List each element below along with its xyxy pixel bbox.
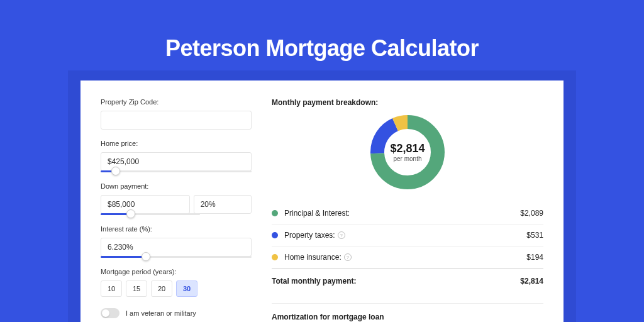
donut-center: $2,814 per month [369,113,447,191]
period-30[interactable]: 30 [176,280,197,297]
breakdown-title: Monthly payment breakdown: [272,98,543,107]
veteran-toggle[interactable] [101,308,119,318]
legend-name-text: Home insurance: [284,253,341,262]
down-group: Down payment: [101,182,252,215]
total-value: $2,814 [520,277,543,286]
legend-row-insurance: Home insurance: ? $194 [272,247,543,269]
calculator-card: Property Zip Code: Home price: Down paym… [80,80,564,322]
rate-label: Interest rate (%): [101,225,252,233]
price-slider-thumb[interactable] [111,167,120,175]
period-label: Mortgage period (years): [101,268,252,275]
app-background: Peterson Mortgage Calculator Property Zi… [0,0,644,322]
zip-label: Property Zip Code: [101,98,252,106]
price-input[interactable] [101,152,252,171]
rate-slider-thumb[interactable] [142,252,150,261]
form-panel: Property Zip Code: Home price: Down paym… [101,98,252,322]
page-title: Peterson Mortgage Calculator [0,0,644,62]
down-slider-thumb[interactable] [126,209,135,218]
dot-icon [272,210,278,216]
amortization-section: Amortization for mortgage loan Amortizat… [272,303,543,322]
amort-title: Amortization for mortgage loan [272,313,543,321]
dot-icon [272,232,278,238]
legend-value: $2,089 [520,209,543,218]
zip-group: Property Zip Code: [101,98,252,130]
donut-sub: per month [393,155,421,162]
info-icon[interactable]: ? [338,231,345,239]
donut-wrap: $2,814 per month [272,113,543,191]
period-20[interactable]: 20 [151,280,172,297]
period-buttons: 10 15 20 30 [101,280,252,297]
legend-name-text: Property taxes: [284,231,335,240]
results-panel: Monthly payment breakdown: $2,814 per mo… [272,98,543,322]
toggle-knob [102,309,109,317]
rate-slider[interactable] [101,256,252,258]
donut-amount: $2,814 [390,142,425,155]
total-label: Total monthly payment: [272,277,356,286]
dot-icon [272,254,278,260]
down-amount-input[interactable] [101,195,190,214]
legend-row-taxes: Property taxes: ? $531 [272,225,543,247]
donut-chart: $2,814 per month [369,113,447,191]
period-15[interactable]: 15 [126,280,147,297]
legend-row-principal: Principal & Interest: $2,089 [272,203,543,225]
period-10[interactable]: 10 [101,280,122,297]
legend-total-row: Total monthly payment: $2,814 [272,269,543,293]
legend-value: $531 [526,231,543,240]
zip-input[interactable] [101,111,252,130]
legend-name: Property taxes: ? [284,231,345,240]
rate-group: Interest rate (%): [101,225,252,258]
price-label: Home price: [101,140,252,147]
legend-name: Home insurance: ? [284,253,352,262]
info-icon[interactable]: ? [344,253,352,261]
down-percent-input[interactable] [194,195,252,214]
legend: Principal & Interest: $2,089 Property ta… [272,203,543,293]
rate-input[interactable] [101,238,252,257]
period-group: Mortgage period (years): 10 15 20 30 [101,268,252,297]
veteran-row: I am veteran or military [101,308,252,318]
legend-name: Principal & Interest: [284,209,350,218]
price-group: Home price: [101,140,252,172]
legend-value: $194 [526,253,543,262]
price-slider[interactable] [101,170,252,172]
veteran-label: I am veteran or military [126,309,196,317]
down-slider[interactable] [101,213,200,215]
down-label: Down payment: [101,182,252,190]
rate-slider-fill [101,256,146,258]
